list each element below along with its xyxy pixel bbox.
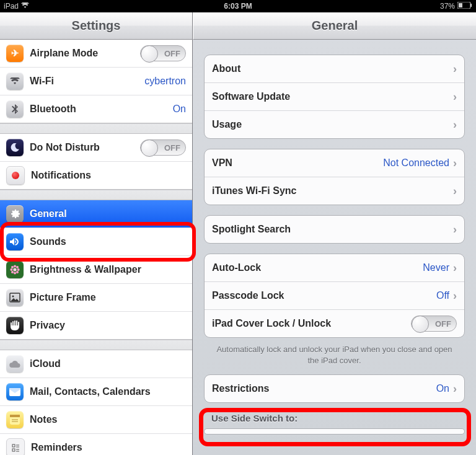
hand-icon <box>6 317 24 334</box>
svg-point-9 <box>16 266 19 268</box>
sidebar-item-label: Notes <box>30 414 186 425</box>
detail-row-label: Software Update <box>212 91 453 102</box>
reminders-icon <box>6 438 25 455</box>
svg-rect-19 <box>12 444 15 447</box>
sidebar-item-label: General <box>30 208 186 219</box>
cover-lock-caption: Automatically lock and unlock your iPad … <box>210 344 459 366</box>
gear-icon <box>6 205 24 223</box>
sidebar-title: Settings <box>0 12 193 40</box>
svg-rect-16 <box>10 415 20 417</box>
chevron-right-icon: › <box>453 262 457 275</box>
svg-rect-22 <box>12 449 15 451</box>
detail-row-label: About <box>212 63 453 74</box>
passcode-value: Off <box>436 290 449 301</box>
status-time: 6:03 PM <box>0 2 476 11</box>
detail-row-label: VPN <box>212 157 383 169</box>
svg-point-8 <box>11 266 14 268</box>
svg-point-10 <box>11 271 14 273</box>
svg-point-7 <box>17 268 20 271</box>
detail-row-label: Auto-Lock <box>212 262 423 273</box>
detail-row-label: iPad Cover Lock / Unlock <box>212 318 411 329</box>
wifi-icon <box>6 73 24 90</box>
notes-icon <box>6 411 24 428</box>
picture-frame-icon <box>6 289 24 306</box>
chevron-right-icon: › <box>453 63 457 76</box>
detail-row-usage[interactable]: Usage › <box>205 110 464 138</box>
notifications-icon <box>6 166 25 185</box>
cover-lock-toggle[interactable]: OFF <box>411 316 457 332</box>
detail-row-auto-lock[interactable]: Auto-Lock Never › <box>205 254 464 281</box>
svg-point-6 <box>10 268 12 271</box>
sidebar-item-label: Privacy <box>30 320 186 331</box>
sidebar-item-icloud[interactable]: iCloud <box>0 350 192 378</box>
chevron-right-icon: › <box>453 382 457 395</box>
restrictions-value: On <box>436 383 449 394</box>
chevron-right-icon: › <box>453 223 457 236</box>
wifi-network-value: cybertron <box>144 76 186 87</box>
sidebar-item-label: Notifications <box>31 170 186 181</box>
detail-pane: About › Software Update › Usage › VPN No… <box>193 40 476 455</box>
vpn-value: Not Connected <box>383 157 449 169</box>
toggle-off-label: OFF <box>435 319 451 329</box>
detail-row-spotlight-search[interactable]: Spotlight Search › <box>205 216 464 243</box>
sidebar-item-notifications[interactable]: Notifications <box>0 161 192 189</box>
sidebar-item-do-not-disturb[interactable]: Do Not Disturb OFF <box>0 134 192 161</box>
sidebar-item-airplane-mode[interactable]: ✈ Airplane Mode OFF <box>0 40 192 67</box>
status-bar: iPad 6:03 PM 37% <box>0 0 476 12</box>
header-bar: Settings General <box>0 12 476 40</box>
detail-row-passcode-lock[interactable]: Passcode Lock Off › <box>205 281 464 309</box>
sidebar-item-label: Brightness & Wallpaper <box>30 264 186 275</box>
detail-row-vpn[interactable]: VPN Not Connected › <box>205 149 464 177</box>
detail-row-label: Passcode Lock <box>212 290 436 301</box>
sidebar-item-privacy[interactable]: Privacy <box>0 311 192 339</box>
sidebar-item-brightness-wallpaper[interactable]: Brightness & Wallpaper <box>0 255 192 283</box>
toggle-knob <box>141 139 158 157</box>
sidebar-item-general[interactable]: General <box>0 200 192 228</box>
chevron-right-icon: › <box>453 289 457 303</box>
detail-row-about[interactable]: About › <box>205 55 464 82</box>
detail-row-label: iTunes Wi-Fi Sync <box>212 185 453 197</box>
svg-point-4 <box>14 265 16 267</box>
airplane-icon: ✈ <box>6 45 24 62</box>
sidebar: ✈ Airplane Mode OFF Wi-Fi cybertron Blue… <box>0 40 193 455</box>
sidebar-item-label: Picture Frame <box>30 292 186 303</box>
sidebar-item-label: Sounds <box>30 236 186 247</box>
side-switch-section-label: Use Side Switch to: <box>211 413 465 423</box>
detail-row-label: Usage <box>212 119 453 130</box>
toggle-off-label: OFF <box>164 143 180 152</box>
dnd-toggle[interactable]: OFF <box>140 139 186 156</box>
mail-icon <box>6 383 24 400</box>
svg-point-11 <box>16 271 19 273</box>
sidebar-item-mail[interactable]: Mail, Contacts, Calendars <box>0 378 192 405</box>
svg-point-5 <box>14 272 16 275</box>
moon-icon <box>6 139 24 156</box>
sidebar-item-reminders[interactable]: Reminders <box>0 433 192 455</box>
sidebar-item-picture-frame[interactable]: Picture Frame <box>0 283 192 311</box>
toggle-knob <box>412 316 429 333</box>
toggle-off-label: OFF <box>164 49 180 58</box>
detail-row-software-update[interactable]: Software Update › <box>205 82 464 110</box>
sidebar-item-label: Wi-Fi <box>30 76 144 87</box>
chevron-right-icon: › <box>453 157 457 170</box>
chevron-right-icon: › <box>453 118 457 131</box>
airplane-toggle[interactable]: OFF <box>140 45 186 61</box>
detail-row-itunes-wifi-sync[interactable]: iTunes Wi-Fi Sync › <box>205 177 464 205</box>
sidebar-item-bluetooth[interactable]: Bluetooth On <box>0 95 192 123</box>
sidebar-item-sounds[interactable]: Sounds <box>0 228 192 255</box>
detail-title: General <box>193 12 476 40</box>
detail-row-cover-lock[interactable]: iPad Cover Lock / Unlock OFF <box>205 309 464 337</box>
auto-lock-value: Never <box>423 262 449 273</box>
detail-row-restrictions[interactable]: Restrictions On › <box>205 375 464 402</box>
detail-row-label: Spotlight Search <box>212 224 453 235</box>
sidebar-item-notes[interactable]: Notes <box>0 405 192 433</box>
cloud-icon <box>6 355 24 373</box>
svg-point-3 <box>13 268 16 271</box>
detail-row-label: Restrictions <box>212 383 436 394</box>
sidebar-item-label: Reminders <box>31 442 186 453</box>
sidebar-item-label: Do Not Disturb <box>30 142 140 153</box>
svg-point-13 <box>12 296 14 298</box>
chevron-right-icon: › <box>453 185 457 198</box>
flower-icon <box>6 261 24 278</box>
bluetooth-icon <box>6 100 24 118</box>
sidebar-item-wifi[interactable]: Wi-Fi cybertron <box>0 67 192 95</box>
